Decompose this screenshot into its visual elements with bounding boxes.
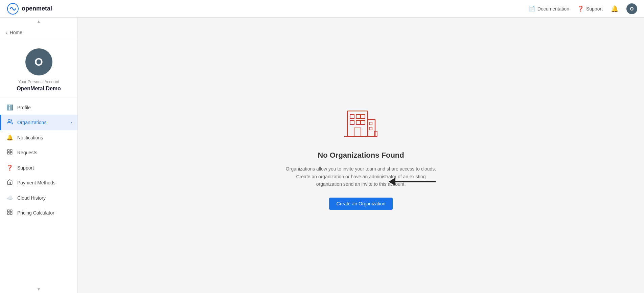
sidebar-label-organizations: Organizations bbox=[17, 120, 46, 125]
svg-rect-20 bbox=[369, 127, 372, 130]
main-content: No Organizations Found Organizations all… bbox=[78, 18, 644, 293]
openmetal-logo bbox=[7, 3, 19, 15]
svg-rect-13 bbox=[356, 114, 360, 118]
arrow-body bbox=[395, 181, 436, 182]
svg-rect-11 bbox=[354, 128, 361, 136]
sidebar-label-payment-methods: Payment Methods bbox=[17, 180, 55, 185]
arrow-head bbox=[389, 178, 395, 186]
sidebar-label-pricing-calculator: Pricing Calculator bbox=[17, 210, 54, 216]
sidebar-item-organizations[interactable]: Organizations › bbox=[0, 115, 77, 130]
svg-rect-19 bbox=[369, 122, 372, 125]
sidebar-label-profile: Profile bbox=[17, 105, 31, 110]
sidebar-item-payment-methods[interactable]: Payment Methods bbox=[0, 175, 77, 190]
calculator-icon bbox=[6, 209, 13, 217]
sidebar-item-pricing-calculator[interactable]: Pricing Calculator bbox=[0, 205, 77, 221]
user-avatar[interactable]: O bbox=[626, 3, 637, 14]
create-organization-button[interactable]: Create an Organization bbox=[329, 198, 393, 210]
svg-rect-6 bbox=[7, 210, 9, 211]
empty-state: No Organizations Found Organizations all… bbox=[276, 87, 445, 223]
sidebar-label-requests: Requests bbox=[17, 150, 37, 155]
svg-rect-9 bbox=[10, 213, 12, 215]
svg-rect-7 bbox=[10, 210, 12, 211]
navbar-brand: openmetal bbox=[7, 3, 52, 15]
organizations-icon bbox=[6, 119, 13, 126]
payment-icon bbox=[6, 179, 13, 186]
bell-icon: 🔔 bbox=[6, 134, 13, 141]
content-wrapper: No Organizations Found Organizations all… bbox=[78, 18, 644, 293]
support-label: Support bbox=[586, 6, 603, 12]
svg-rect-17 bbox=[361, 120, 365, 125]
svg-rect-3 bbox=[10, 150, 12, 151]
sidebar-label-notifications: Notifications bbox=[17, 135, 43, 140]
empty-state-title: No Organizations Found bbox=[318, 151, 404, 160]
support-icon: ❓ bbox=[6, 164, 13, 171]
sidebar-item-profile[interactable]: ℹ️ Profile bbox=[0, 100, 77, 115]
sidebar-item-notifications[interactable]: 🔔 Notifications bbox=[0, 130, 77, 145]
sidebar-scroll-area: ‹ Home O Your Personal Account OpenMetal… bbox=[0, 25, 77, 286]
building-illustration bbox=[341, 101, 381, 143]
sidebar-item-cloud-history[interactable]: ☁️ Cloud History bbox=[0, 190, 77, 205]
scroll-up-indicator: ▲ bbox=[0, 18, 77, 25]
personal-account-label: Your Personal Account bbox=[18, 80, 59, 84]
svg-rect-14 bbox=[361, 114, 365, 118]
navbar-actions: 📄 Documentation ❓ Support 🔔 O bbox=[529, 3, 637, 14]
requests-icon bbox=[6, 149, 13, 156]
sidebar-item-requests[interactable]: Requests bbox=[0, 145, 77, 160]
sidebar-profile-section: O Your Personal Account OpenMetal Demo bbox=[0, 40, 77, 97]
support-link[interactable]: ❓ Support bbox=[577, 5, 603, 12]
sidebar-label-support: Support bbox=[17, 165, 34, 171]
chevron-right-icon: › bbox=[71, 120, 72, 125]
cloud-icon: ☁️ bbox=[6, 195, 13, 201]
back-label: Home bbox=[10, 30, 22, 35]
scroll-down-indicator: ▼ bbox=[0, 286, 77, 293]
account-name: OpenMetal Demo bbox=[17, 86, 61, 92]
svg-rect-5 bbox=[7, 153, 9, 154]
svg-rect-12 bbox=[350, 114, 354, 118]
svg-rect-8 bbox=[7, 213, 9, 215]
svg-rect-15 bbox=[350, 120, 354, 125]
sidebar-back-button[interactable]: ‹ Home bbox=[0, 25, 77, 40]
sidebar-avatar: O bbox=[25, 48, 52, 75]
back-arrow-icon: ‹ bbox=[5, 30, 7, 35]
arrow-annotation bbox=[389, 178, 436, 186]
question-circle-icon: ❓ bbox=[577, 5, 584, 12]
sidebar: ▲ ‹ Home O Your Personal Account OpenMet… bbox=[0, 18, 78, 293]
main-layout: ▲ ‹ Home O Your Personal Account OpenMet… bbox=[0, 18, 644, 293]
svg-rect-4 bbox=[10, 153, 12, 154]
documentation-label: Documentation bbox=[537, 6, 569, 12]
svg-point-1 bbox=[8, 119, 10, 121]
sidebar-label-cloud-history: Cloud History bbox=[17, 195, 46, 201]
brand-name: openmetal bbox=[22, 5, 52, 12]
document-icon: 📄 bbox=[529, 5, 535, 12]
notification-bell-icon[interactable]: 🔔 bbox=[611, 5, 618, 13]
sidebar-navigation: ℹ️ Profile bbox=[0, 97, 77, 223]
svg-rect-2 bbox=[7, 150, 9, 151]
sidebar-item-support[interactable]: ❓ Support bbox=[0, 160, 77, 175]
info-icon: ℹ️ bbox=[6, 104, 13, 111]
documentation-link[interactable]: 📄 Documentation bbox=[529, 5, 569, 12]
svg-rect-16 bbox=[356, 120, 360, 125]
top-navbar: openmetal 📄 Documentation ❓ Support 🔔 O bbox=[0, 0, 644, 18]
